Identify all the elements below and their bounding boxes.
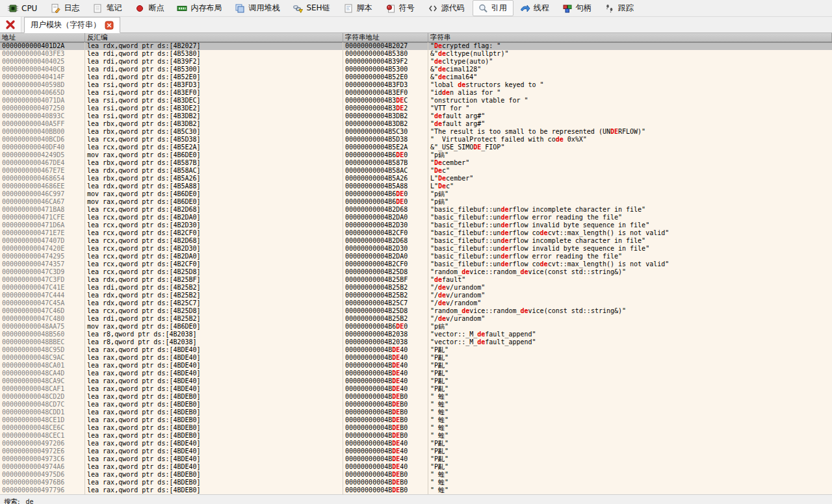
table-row[interactable]: 000000000047C480lea rdi,qword ptr ds:[4B…	[0, 315, 832, 323]
table-row[interactable]: 000000000046CA67mov rax,qword ptr ds:[4B…	[0, 198, 832, 206]
table-row[interactable]: 0000000000401D2Alea rdx,qword ptr ds:[4B…	[0, 42, 832, 50]
toolbar-tab-seh-chain[interactable]: SEH链	[287, 0, 336, 16]
table-row[interactable]: 00000000004975D6lea rax,qword ptr ds:[4B…	[0, 471, 832, 479]
table-row[interactable]: 000000000048CEC1lea rax,qword ptr ds:[4B…	[0, 432, 832, 440]
toolbar-tab-log[interactable]: 日志	[45, 0, 86, 16]
toolbar-tab-source[interactable]: 源代码	[422, 0, 471, 16]
table-row[interactable]: 000000000047420Elea rcx,qword ptr ds:[4B…	[0, 245, 832, 253]
table-row[interactable]: 000000000046C997mov rax,qword ptr ds:[4B…	[0, 190, 832, 198]
string-address-cell: 00000000004B5E2A	[343, 144, 428, 151]
table-row[interactable]: 0000000000471BA8lea rcx,qword ptr ds:[4B…	[0, 206, 832, 214]
tab-user-modules-strings[interactable]: 用户模块（字符串）	[24, 17, 120, 33]
table-row[interactable]: 000000000048CD2Dlea rax,qword ptr ds:[4B…	[0, 393, 832, 401]
table-row[interactable]: 000000000047C41Elea rdi,qword ptr ds:[4B…	[0, 284, 832, 292]
column-header-address[interactable]: 地址	[0, 33, 85, 42]
table-row[interactable]: 000000000048C95Dlea rax,qword ptr ds:[4B…	[0, 346, 832, 354]
column-header-disasm[interactable]: 反汇编	[85, 33, 343, 42]
table-row[interactable]: 000000000048CD7Clea rax,qword ptr ds:[4B…	[0, 401, 832, 409]
table-row[interactable]: 000000000040598Dlea rsi,qword ptr ds:[4B…	[0, 81, 832, 89]
table-row[interactable]: 0000000000497206lea rax,qword ptr ds:[4B…	[0, 440, 832, 447]
address-cell: 0000000000471E7E	[0, 229, 85, 237]
string-address-cell: 00000000004BDE40	[343, 440, 428, 447]
table-row[interactable]: 000000000047C444lea rdx,qword ptr ds:[4B…	[0, 292, 832, 299]
toolbar-tab-trace[interactable]: 跟踪	[599, 0, 640, 16]
table-row[interactable]: 0000000000403FE3lea rdi,qword ptr ds:[4B…	[0, 50, 832, 58]
table-row[interactable]: 0000000000467DE4lea rbx,qword ptr ds:[4B…	[0, 159, 832, 167]
string-address-cell: 00000000004BDEB0	[343, 393, 428, 401]
toolbar-tab-references[interactable]: 引用	[473, 0, 514, 16]
table-row[interactable]: 000000000048BBEClea r8,qword ptr ds:[4B2…	[0, 338, 832, 346]
table-row[interactable]: 000000000048AA75mov rax,qword ptr ds:[4B…	[0, 323, 832, 331]
string-address-cell: 00000000004BDE40	[343, 385, 428, 393]
table-row[interactable]: 000000000048CA4Dlea rax,qword ptr ds:[4B…	[0, 370, 832, 377]
address-cell: 0000000000468654	[0, 175, 85, 183]
table-row[interactable]: 00000000004040CBlea rdi,qword ptr ds:[4B…	[0, 66, 832, 73]
references-icon	[478, 3, 488, 14]
disasm-cell: lea rax,qword ptr ds:[4BDEB0]	[85, 416, 343, 424]
toolbar-tab-notes[interactable]: 笔记	[87, 0, 128, 16]
string-address-cell: 00000000004B3EF0	[343, 89, 428, 97]
table-row[interactable]: 000000000047C3D9lea rcx,qword ptr ds:[4B…	[0, 268, 832, 276]
disasm-cell: lea rax,qword ptr ds:[4BDEB0]	[85, 409, 343, 416]
toolbar-tab-handles[interactable]: 句柄	[557, 0, 598, 16]
disasm-cell: lea rbx,qword ptr ds:[4B3DB2]	[85, 120, 343, 128]
table-row[interactable]: 000000000040BCD6lea rcx,qword ptr ds:[4B…	[0, 136, 832, 144]
table-row[interactable]: 0000000000497796lea rax,qword ptr ds:[4B…	[0, 486, 832, 494]
address-cell: 00000000004975D6	[0, 471, 85, 479]
table-row[interactable]: 000000000040A5FFlea rbx,qword ptr ds:[4B…	[0, 120, 832, 128]
toolbar-tab-call-stack[interactable]: 调用堆栈	[229, 0, 286, 16]
table-row[interactable]: 000000000048CA01lea rax,qword ptr ds:[4B…	[0, 362, 832, 370]
table-row[interactable]: 000000000047C3FDlea rdx,qword ptr ds:[4B…	[0, 276, 832, 284]
toolbar-tab-symbols[interactable]: 符号	[380, 0, 421, 16]
table-row[interactable]: 000000000048B560lea r8,qword ptr ds:[4B2…	[0, 331, 832, 338]
table-row[interactable]: 000000000040DF40lea rcx,qword ptr ds:[4B…	[0, 144, 832, 151]
table-row[interactable]: 0000000000468654lea rbx,qword ptr ds:[4B…	[0, 175, 832, 183]
toolbar-tab-threads[interactable]: 线程	[515, 0, 556, 16]
table-row[interactable]: 00000000004071DAlea rsi,qword ptr ds:[4B…	[0, 97, 832, 105]
table-row[interactable]: 000000000040665Dlea rsi,qword ptr ds:[4B…	[0, 89, 832, 97]
toolbar-tab-memory-map[interactable]: 内存布局	[172, 0, 228, 16]
table-row[interactable]: 00000000004686EElea rdx,qword ptr ds:[4B…	[0, 183, 832, 190]
table-row[interactable]: 000000000048CE6Clea rax,qword ptr ds:[4B…	[0, 424, 832, 432]
table-row[interactable]: 000000000048CA9Clea rax,qword ptr ds:[4B…	[0, 377, 832, 385]
table-row[interactable]: 0000000000474295lea rcx,qword ptr ds:[4B…	[0, 253, 832, 260]
search-input[interactable]: de	[26, 498, 65, 504]
close-all-references-button[interactable]	[0, 17, 21, 32]
table-row[interactable]: 00000000004249D5mov rax,qword ptr ds:[4B…	[0, 151, 832, 159]
column-header-string[interactable]: 字符串	[428, 33, 832, 42]
toolbar-tab-cpu[interactable]: CPU	[3, 0, 44, 16]
table-row[interactable]: 000000000047C45Alea rdx,qword ptr ds:[4B…	[0, 299, 832, 307]
toolbar-tab-script[interactable]: 脚本	[338, 0, 379, 16]
table-row[interactable]: 000000000040893Clea rsi,qword ptr ds:[4B…	[0, 112, 832, 120]
string-address-cell: 00000000004BDEB0	[343, 432, 428, 440]
string-address-cell: 00000000004BDE40	[343, 455, 428, 463]
table-row[interactable]: 0000000000474357lea rcx,qword ptr ds:[4B…	[0, 260, 832, 268]
table-row[interactable]: 0000000000471D6Alea rcx,qword ptr ds:[4B…	[0, 221, 832, 229]
column-header-string-address[interactable]: 字符串地址	[343, 33, 428, 42]
cpu-icon	[8, 3, 18, 14]
table-row[interactable]: 0000000000467E7Elea rdx,qword ptr ds:[4B…	[0, 167, 832, 175]
string-cell: L"Dec"	[428, 183, 832, 190]
toolbar-tab-label: 断点	[148, 3, 164, 14]
toolbar-tab-breakpoints[interactable]: 断点	[129, 0, 170, 16]
tab-close-icon[interactable]	[105, 21, 114, 30]
table-row[interactable]: 000000000048CAF1lea rax,qword ptr ds:[4B…	[0, 385, 832, 393]
table-row[interactable]: 000000000040BB00lea rbx,qword ptr ds:[4B…	[0, 128, 832, 136]
table-row[interactable]: 00000000004976B6lea rax,qword ptr ds:[4B…	[0, 479, 832, 486]
table-row[interactable]: 0000000000407250lea rsi,qword ptr ds:[4B…	[0, 105, 832, 112]
table-row[interactable]: 0000000000471CFElea rcx,qword ptr ds:[4B…	[0, 214, 832, 221]
table-row[interactable]: 000000000040414Flea rdi,qword ptr ds:[4B…	[0, 73, 832, 81]
string-cell: "/dev/urandom"	[428, 284, 832, 292]
table-row[interactable]: 000000000047407Dlea rcx,qword ptr ds:[4B…	[0, 237, 832, 245]
table-row[interactable]: 000000000048CE1Dlea rax,qword ptr ds:[4B…	[0, 416, 832, 424]
string-address-cell: 00000000004B5300	[343, 66, 428, 73]
address-cell: 000000000048CE6C	[0, 424, 85, 432]
table-row[interactable]: 00000000004974A6lea rax,qword ptr ds:[4B…	[0, 463, 832, 471]
table-row[interactable]: 000000000048C9AClea rax,qword ptr ds:[4B…	[0, 354, 832, 362]
table-row[interactable]: 000000000048CDD1lea rax,qword ptr ds:[4B…	[0, 409, 832, 416]
table-row[interactable]: 000000000047C46Dlea rcx,qword ptr ds:[4B…	[0, 307, 832, 315]
table-row[interactable]: 00000000004972E6lea rax,qword ptr ds:[4B…	[0, 447, 832, 455]
table-row[interactable]: 0000000000404025lea rdi,qword ptr ds:[4B…	[0, 58, 832, 66]
table-row[interactable]: 00000000004973C6lea rax,qword ptr ds:[4B…	[0, 455, 832, 463]
table-row[interactable]: 0000000000471E7Elea rcx,qword ptr ds:[4B…	[0, 229, 832, 237]
